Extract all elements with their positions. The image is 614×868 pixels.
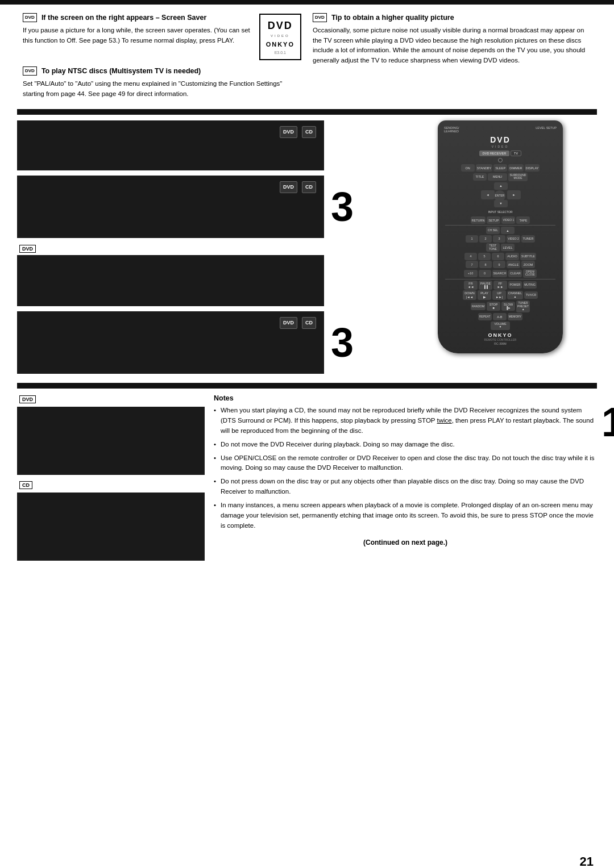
dvd-only-label-row-bottom: DVD — [19, 394, 205, 406]
video1-btn[interactable]: VIDEO 1 — [501, 216, 515, 224]
ch-sel-btn[interactable]: CH SEL — [486, 227, 500, 234]
audio-btn[interactable]: AUDIO — [505, 253, 519, 260]
num7-btn[interactable]: 7 — [466, 261, 478, 268]
remote-top-info: SENDING/LEARNED LEVEL SETUP — [442, 125, 559, 134]
slow-btn[interactable]: SLOW▐► — [501, 302, 515, 311]
surround-mode-btn[interactable]: SURROUNDMODE — [508, 173, 528, 181]
block2-badges: DVD CD — [280, 181, 316, 193]
section-divider-bottom — [17, 383, 597, 389]
tv-tab[interactable]: TV — [511, 151, 521, 156]
dvd-badge-tip: DVD — [313, 13, 327, 22]
dvd-badge-screen-saver: DVD — [23, 13, 37, 22]
return-btn[interactable]: RETURN — [471, 216, 486, 224]
test-tone-btn[interactable]: TESTTONE — [486, 243, 500, 252]
dvd-logo-box: DVD VIDEO ONKYO E3.0.1 — [259, 14, 301, 60]
search-btn[interactable]: SEARCH — [492, 270, 508, 277]
notes-section: Notes When you start playing a CD, the s… — [214, 394, 597, 563]
note-item-4: Do not press down on the disc tray or pu… — [214, 477, 597, 497]
top-bar — [0, 0, 614, 5]
arr-up-ch[interactable]: ▲ — [501, 227, 515, 234]
top-left-info: DVD If the screen on the right appears –… — [23, 12, 301, 99]
num0-btn[interactable]: 0 — [479, 270, 491, 277]
nav-left-btn[interactable]: ◄ — [481, 190, 495, 199]
channel-btn[interactable]: CHANNEL▲ — [507, 291, 523, 299]
transport-row-2: DOWN|◄◄ PLAY▶ UP►►| CHANNEL▲ TV/VCR — [442, 290, 559, 299]
badge-dvd-1: DVD — [280, 126, 297, 137]
ch-sel-row: CH SEL ▲ — [442, 227, 559, 234]
power-btn[interactable]: POWER — [508, 281, 522, 289]
memory-btn[interactable]: MEMORY — [508, 313, 522, 320]
remote-onkyo-brand: ONKYO — [442, 332, 559, 338]
stop-btn[interactable]: STOP■ — [487, 302, 500, 311]
note-item-2: Do not move the DVD Receiver during play… — [214, 440, 597, 450]
notes-list: When you start playing a CD, the sound m… — [214, 406, 597, 531]
nav-cluster: ▲ ◄ ENTER ► ▼ — [481, 182, 520, 207]
num4-btn[interactable]: 4 — [464, 253, 477, 260]
dimmer-btn[interactable]: DIMMER — [508, 164, 523, 172]
plus10-btn[interactable]: +10 — [464, 270, 478, 277]
power-row: ON STANDBY SLEEP DIMMER DISPLAY — [442, 164, 559, 172]
remote-led-indicator — [498, 158, 503, 162]
muting-btn[interactable]: MUTING — [523, 281, 537, 289]
num9-btn[interactable]: 9 — [493, 261, 505, 268]
nav-up-btn[interactable]: ▲ — [494, 182, 508, 190]
open-close-btn[interactable]: OPEN/CLOSE — [523, 269, 537, 278]
dvd-only-label-bottom: DVD — [19, 395, 36, 403]
tv-vcr-btn[interactable]: TV/VCR — [524, 291, 538, 299]
dvd-receiver-tab[interactable]: DVD RECEIVER — [479, 151, 509, 156]
num6-btn[interactable]: 6 — [492, 253, 504, 260]
dvd-logo-text: DVD — [266, 18, 294, 34]
ff-btn[interactable]: FF►► — [493, 281, 507, 290]
num-row-3: 7 8 9 ANGLE ZOOM — [442, 261, 559, 268]
tuner-preset-btn[interactable]: TUNERPRESET▲ — [516, 301, 530, 312]
clear-btn[interactable]: CLEAR — [508, 270, 522, 277]
play-btn[interactable]: PLAY▶ — [478, 290, 491, 299]
onkyo-brand-logo: ONKYO — [266, 40, 294, 49]
note-item-3: Use OPEN/CLOSE on the remote controller … — [214, 453, 597, 474]
remote-model-number: RC-399M — [442, 342, 559, 345]
fr-btn[interactable]: FR◄◄ — [464, 281, 478, 290]
transport-row-3: RANDOM STOP■ SLOW▐► TUNERPRESET▲ — [442, 301, 559, 312]
down-btn[interactable]: DOWN|◄◄ — [463, 290, 476, 299]
transport-row-1: FR◄◄ PAUSE▐▐ FF►► POWER MUTING — [442, 281, 559, 290]
nav-down-btn[interactable]: ▼ — [494, 200, 508, 207]
badge-cd-4: CD — [302, 317, 316, 328]
ab-btn[interactable]: A-B — [493, 313, 507, 320]
num8-btn[interactable]: 8 — [479, 261, 492, 268]
num5-btn[interactable]: 5 — [478, 253, 491, 260]
remote-controller-label: REMOTE CONTROLLER — [442, 338, 559, 341]
menu-btn[interactable]: MENU — [488, 173, 507, 181]
subtitle-btn[interactable]: SUBTITLE — [520, 253, 536, 260]
remote-control: SENDING/LEARNED LEVEL SETUP DVD VIDEO DV… — [438, 120, 563, 353]
level-btn[interactable]: LEVEL — [501, 244, 515, 251]
zoom-btn[interactable]: ZOOM — [521, 261, 535, 268]
block4-badges: DVD CD — [280, 317, 316, 328]
up-btn[interactable]: UP►►| — [492, 290, 506, 299]
sleep-btn[interactable]: SLEEP — [493, 164, 507, 172]
instruction-block-1: DVD CD — [17, 120, 324, 170]
divider1 — [445, 225, 555, 226]
tape-btn[interactable]: TAPE — [516, 216, 530, 224]
instruction-block-4: DVD CD — [17, 311, 324, 374]
num1-btn[interactable]: 1 — [466, 235, 478, 243]
tuner-btn[interactable]: TUNER — [521, 235, 535, 243]
num3-btn[interactable]: 3 — [493, 235, 505, 243]
random-btn[interactable]: RANDOM — [471, 303, 486, 310]
volume-btn[interactable]: VOLUME▼ — [491, 322, 510, 330]
repeat-row: REPEAT A-B MEMORY — [442, 313, 559, 320]
repeat-btn[interactable]: REPEAT — [478, 313, 492, 320]
cd-only-label: CD — [19, 481, 32, 489]
angle-btn[interactable]: ANGLE — [507, 261, 520, 268]
setup-btn[interactable]: SETUP — [487, 216, 500, 224]
standby-btn[interactable]: STANDBY — [476, 164, 493, 172]
notes-title: Notes — [214, 394, 597, 402]
pause-btn[interactable]: PAUSE▐▐ — [479, 281, 492, 290]
num2-btn[interactable]: 2 — [479, 235, 492, 243]
video2-btn[interactable]: VIDEO 2 — [507, 235, 520, 243]
nav-right-btn[interactable]: ► — [507, 190, 521, 199]
power-on-btn[interactable]: ON — [461, 164, 475, 172]
instruction-block-3 — [17, 255, 324, 306]
title-btn[interactable]: TITLE — [473, 173, 487, 181]
display-btn[interactable]: DISPLAY — [525, 164, 540, 172]
block4-wrapper: DVD CD 3 — [17, 311, 324, 374]
